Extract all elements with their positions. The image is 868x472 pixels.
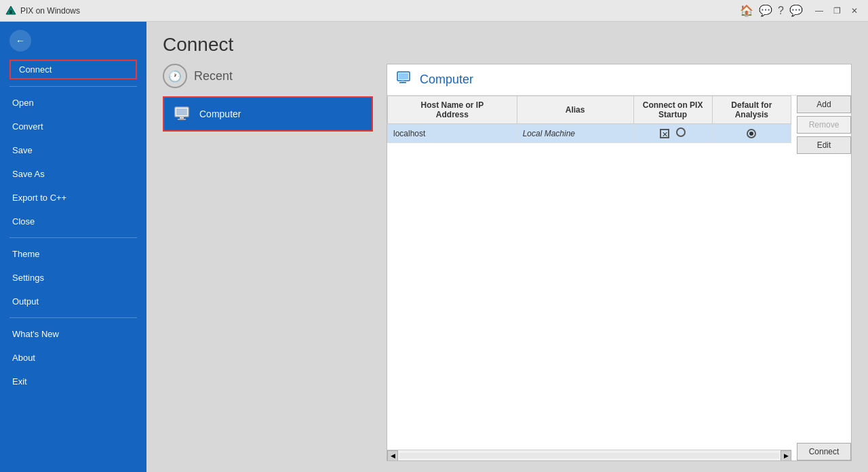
sidebar-item-close[interactable]: Close	[0, 210, 146, 233]
add-button[interactable]: Add	[797, 96, 851, 113]
remove-button[interactable]: Remove	[797, 116, 851, 134]
action-buttons: Add Remove Edit Connect	[797, 96, 851, 460]
col-header-default: Default forAnalysis	[712, 96, 791, 124]
sidebar-divider-2	[9, 237, 137, 238]
col-header-startup: Connect on PIXStartup	[633, 96, 712, 124]
page-title: Connect	[146, 22, 868, 64]
sidebar-whatsnew-label: What's New	[12, 329, 59, 339]
cell-host: localhost	[388, 124, 517, 143]
col-header-alias: Alias	[517, 96, 633, 124]
sidebar-exit-label: Exit	[12, 376, 27, 387]
recent-label: Recent	[194, 69, 233, 83]
connect-nav-button[interactable]: Connect	[9, 60, 137, 79]
sidebar-settings-label: Settings	[12, 273, 44, 283]
chat-icon[interactable]: 💬	[759, 4, 772, 17]
sidebar-item-open[interactable]: Open	[0, 91, 146, 115]
computer-panel-header: Computer	[387, 64, 851, 96]
sidebar-item-exit[interactable]: Exit	[0, 370, 146, 393]
main-layout: ← Connect Open Convert Save Save As Expo…	[0, 22, 868, 472]
toolbar-icons: 💬 ? 💬	[759, 4, 803, 17]
feedback-icon[interactable]: 💬	[789, 4, 803, 17]
minimize-button[interactable]: —	[811, 3, 827, 19]
computer-detail-panel: Computer Host Name or IPAddress Alias Co…	[387, 64, 852, 461]
sidebar-divider-3	[9, 317, 137, 318]
sidebar-item-convert[interactable]: Convert	[0, 115, 146, 138]
sidebar-close-label: Close	[12, 216, 35, 227]
horizontal-scrollbar[interactable]: ◀ ▶	[387, 450, 791, 460]
radio-checked-icon	[747, 129, 756, 138]
app-title: PIX on Windows	[20, 6, 740, 16]
sidebar-theme-label: Theme	[12, 249, 39, 259]
sidebar-item-save[interactable]: Save	[0, 138, 146, 162]
scroll-left-arrow[interactable]: ◀	[387, 450, 398, 461]
svg-rect-5	[178, 119, 186, 120]
cell-alias: Local Machine	[517, 124, 633, 143]
checkbox-x-icon: ✕	[660, 129, 669, 138]
sidebar-open-label: Open	[12, 98, 34, 108]
connections-table: Host Name or IPAddress Alias Connect on …	[387, 96, 791, 143]
recent-header: 🕐 Recent	[163, 64, 373, 88]
sidebar-divider-1	[9, 86, 137, 87]
recent-panel: 🕐 Recent Computer	[163, 64, 373, 461]
sidebar-item-settings[interactable]: Settings	[0, 266, 146, 290]
sidebar-saveas-label: Save As	[12, 169, 45, 179]
content-area: Connect 🕐 Recent	[146, 22, 868, 472]
sidebar-item-theme[interactable]: Theme	[0, 242, 146, 266]
home-icon[interactable]: 🏠	[740, 4, 753, 17]
svg-rect-8	[401, 81, 404, 82]
svg-rect-7	[399, 73, 408, 79]
table-row[interactable]: localhost Local Machine ✕	[388, 124, 791, 143]
sidebar-item-about[interactable]: About	[0, 346, 146, 370]
svg-rect-1	[9, 10, 12, 14]
cell-default	[712, 124, 791, 143]
computer-item-label: Computer	[199, 109, 241, 119]
sidebar-output-label: Output	[12, 296, 39, 307]
sidebar-item-export[interactable]: Export to C++	[0, 186, 146, 210]
titlebar: PIX on Windows 🏠 💬 ? 💬 — ❐ ✕	[0, 0, 868, 22]
sidebar-header: ←	[0, 22, 146, 60]
svg-rect-4	[180, 117, 184, 119]
col-header-host: Host Name or IPAddress	[388, 96, 517, 124]
computer-panel-title: Computer	[420, 73, 473, 87]
sidebar-item-whatsnew[interactable]: What's New	[0, 322, 146, 346]
sidebar-export-label: Export to C++	[12, 193, 66, 203]
close-button[interactable]: ✕	[846, 3, 863, 19]
sidebar-save-label: Save	[12, 145, 33, 155]
app-icon	[5, 5, 16, 16]
computer-icon	[174, 104, 193, 123]
scroll-track[interactable]	[399, 453, 779, 458]
restore-button[interactable]: ❐	[829, 3, 845, 19]
sidebar: ← Connect Open Convert Save Save As Expo…	[0, 22, 146, 472]
cell-startup: ✕	[633, 124, 712, 143]
table-area: Host Name or IPAddress Alias Connect on …	[387, 96, 791, 460]
help-icon[interactable]: ?	[778, 5, 784, 17]
computer-list-item[interactable]: Computer	[163, 96, 373, 132]
back-icon: ←	[16, 35, 25, 46]
sidebar-item-output[interactable]: Output	[0, 290, 146, 313]
svg-rect-3	[176, 109, 187, 115]
svg-rect-9	[399, 82, 406, 83]
table-scroll-area[interactable]: Host Name or IPAddress Alias Connect on …	[387, 96, 791, 450]
connect-bottom-button[interactable]: Connect	[797, 443, 851, 460]
inner-content: 🕐 Recent Computer	[146, 64, 868, 472]
radio-unchecked-icon	[676, 127, 686, 137]
sidebar-item-saveas[interactable]: Save As	[0, 162, 146, 186]
sidebar-about-label: About	[12, 353, 35, 363]
computer-panel-icon	[397, 71, 413, 88]
scroll-right-arrow[interactable]: ▶	[781, 450, 791, 461]
window-controls: — ❐ ✕	[811, 3, 863, 19]
sidebar-convert-label: Convert	[12, 121, 43, 132]
back-button[interactable]: ←	[9, 30, 31, 52]
edit-button[interactable]: Edit	[797, 136, 851, 154]
panel-body: Host Name or IPAddress Alias Connect on …	[387, 96, 851, 460]
recent-clock-icon: 🕐	[163, 64, 187, 88]
